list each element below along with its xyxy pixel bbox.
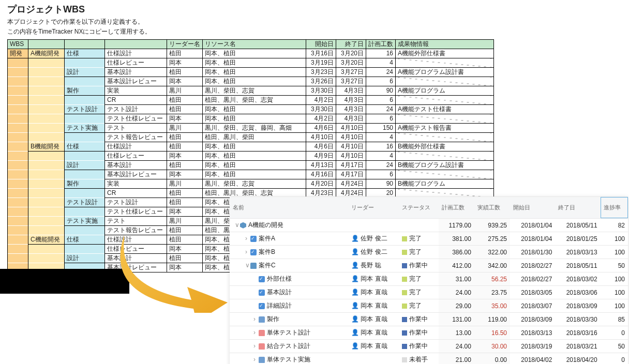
sheet-cell <box>8 179 28 189</box>
expand-toggle[interactable]: ∨ <box>245 262 250 269</box>
col-end[interactable]: 終了日 <box>555 197 600 219</box>
sheet-cell <box>28 254 65 263</box>
sheet-cell <box>396 151 494 161</box>
expand-toggle[interactable]: › <box>253 356 259 363</box>
chk-icon <box>259 303 265 309</box>
col-rate[interactable]: 進捗率 <box>601 197 628 219</box>
rate-cell: 100 <box>601 272 628 286</box>
sheet-cell <box>8 68 28 77</box>
sheet-cell: 植田 <box>167 96 203 105</box>
col-leader[interactable]: リーダー <box>348 197 399 219</box>
task-row[interactable]: ∨A機能の開発1179.00939.252018/01/042018/05/11… <box>230 219 628 232</box>
sheet-cell: 24 <box>366 161 396 170</box>
task-row[interactable]: ›案件A👤 佐野 俊二完了381.00275.252018/01/042018/… <box>230 232 628 246</box>
rate-cell: 0 <box>601 353 628 365</box>
rate-cell: 100 <box>601 246 628 259</box>
sheet-cell: 基本設計レビュー <box>105 77 167 86</box>
date-cell: 2018/02/27 <box>510 259 555 272</box>
task-row[interactable]: ›案件B👤 佐野 俊二完了386.00322.002018/01/302018/… <box>230 246 628 259</box>
task-row[interactable]: ›単体テスト設計👤 岡本 直哉作業中13.0016.502018/03/1320… <box>230 326 628 340</box>
num-cell: 13.00 <box>439 326 474 340</box>
expand-toggle[interactable]: › <box>253 315 259 323</box>
task-name: 詳細設計 <box>267 302 292 309</box>
rate-cell: 100 <box>601 232 628 246</box>
leader-cell <box>348 219 399 232</box>
hex-icon <box>240 222 246 229</box>
sheet-cell: 岡本、植田 <box>203 161 306 170</box>
sheet-cell: 3月19日 <box>306 58 336 68</box>
rate-cell: 0 <box>601 326 628 340</box>
task-row[interactable]: 詳細設計👤 岡本 直哉完了29.0035.002018/03/072018/03… <box>230 299 628 313</box>
date-cell: 2018/03/30 <box>555 313 600 326</box>
col-plan[interactable]: 計画工数 <box>439 197 474 219</box>
task-name: A機能の開発 <box>248 221 283 229</box>
sheet-cell: 設計 <box>65 68 105 77</box>
person-icon: 👤 <box>351 315 361 323</box>
col-name[interactable]: 名前 <box>230 197 348 219</box>
sheet-cell <box>8 142 28 151</box>
sheet-cell: 岡本 <box>167 170 203 179</box>
num-cell: 386.00 <box>439 246 474 259</box>
sheet-cell: 3月16日 <box>306 49 336 58</box>
task-row[interactable]: ∨案件C👤 長野 聡作業中412.00342.002018/02/272018/… <box>230 259 628 272</box>
case-icon <box>259 357 265 363</box>
expand-toggle[interactable]: ∨ <box>235 221 240 229</box>
sheet-cell <box>8 133 28 142</box>
status-cell: 完了 <box>399 246 439 259</box>
sheet-cell: 4月13日 <box>306 161 336 170</box>
folder-icon <box>250 263 257 269</box>
sheet-header: WBS <box>8 40 28 49</box>
date-cell: 2018/01/04 <box>510 232 555 246</box>
sheet-cell: CR <box>105 96 167 105</box>
sheet-cell: テスト実施 <box>65 124 105 133</box>
sheet-cell <box>396 133 494 142</box>
date-cell: 2018/03/07 <box>510 299 555 313</box>
date-cell: 2018/03/21 <box>555 340 600 353</box>
sheet-cell: 3月27日 <box>336 77 366 86</box>
sheet-row: 設計基本設計植田岡本、植田3月23日3月27日24A機能プログラム設計書 <box>8 68 494 77</box>
task-row[interactable]: 基本設計👤 岡本 直哉完了24.0023.752018/03/052018/03… <box>230 286 628 299</box>
expand-toggle[interactable]: › <box>245 248 250 255</box>
status-icon <box>402 304 407 309</box>
sheet-cell <box>65 151 105 161</box>
task-row[interactable]: ›単体テスト実施未着手21.000.002018/04/022018/04/20… <box>230 353 628 365</box>
sheet-cell: テスト実施 <box>65 217 105 226</box>
expand-toggle[interactable]: › <box>245 235 250 242</box>
expand-toggle[interactable]: › <box>253 342 259 350</box>
sheet-cell: 実装 <box>105 86 167 96</box>
sheet-row: 製作実装黒川黒川、柴田、志賀3月30日4月3日90A機能プログラム <box>8 86 494 96</box>
sheet-row: 製作実装黒川黒川、柴田、志賀4月20日4月24日90B機能プログラム <box>8 179 494 189</box>
sheet-header <box>28 40 65 49</box>
task-row[interactable]: ›製作👤 岡本 直哉作業中131.00119.002018/03/092018/… <box>230 313 628 326</box>
sheet-cell <box>28 226 65 235</box>
sheet-cell <box>28 96 65 105</box>
sheet-cell: 6 <box>366 114 396 124</box>
num-cell: 56.25 <box>474 272 510 286</box>
sheet-cell: 90 <box>366 86 396 96</box>
col-actual[interactable]: 実績工数 <box>474 197 510 219</box>
col-start[interactable]: 開始日 <box>510 197 555 219</box>
task-name: 基本設計 <box>267 289 292 296</box>
sheet-cell: 植田 <box>167 68 203 77</box>
sheet-cell: 岡本 <box>167 58 203 68</box>
status-cell: 未着手 <box>399 353 439 365</box>
task-row[interactable]: ›結合テスト設計👤 岡本 直哉作業中24.0030.002018/03/1920… <box>230 340 628 353</box>
sheet-cell: 植田 <box>167 142 203 151</box>
task-row[interactable]: 外部仕様👤 岡本 直哉完了31.0056.252018/02/272018/03… <box>230 272 628 286</box>
expand-toggle[interactable]: › <box>253 329 259 336</box>
sheet-cell: 基本設計 <box>105 68 167 77</box>
sheet-cell: 岡本 <box>167 77 203 86</box>
col-status[interactable]: ステータス <box>399 197 439 219</box>
status-cell: 完了 <box>399 299 439 313</box>
sheet-cell <box>28 77 65 86</box>
sheet-cell <box>8 245 28 254</box>
sheet-cell: 4月9日 <box>306 151 336 161</box>
sheet-header <box>65 40 105 49</box>
sheet-cell: B機能外部仕様書 <box>396 142 494 151</box>
subtitle-2: この内容をTimeTracker NXにコピーして運用する。 <box>7 27 622 36</box>
sheet-cell: B機能開発 <box>28 142 65 151</box>
status-cell: 完了 <box>399 286 439 299</box>
sheet-cell: 製作 <box>65 179 105 189</box>
sheet-cell <box>28 170 65 179</box>
date-cell: 2018/03/09 <box>510 313 555 326</box>
